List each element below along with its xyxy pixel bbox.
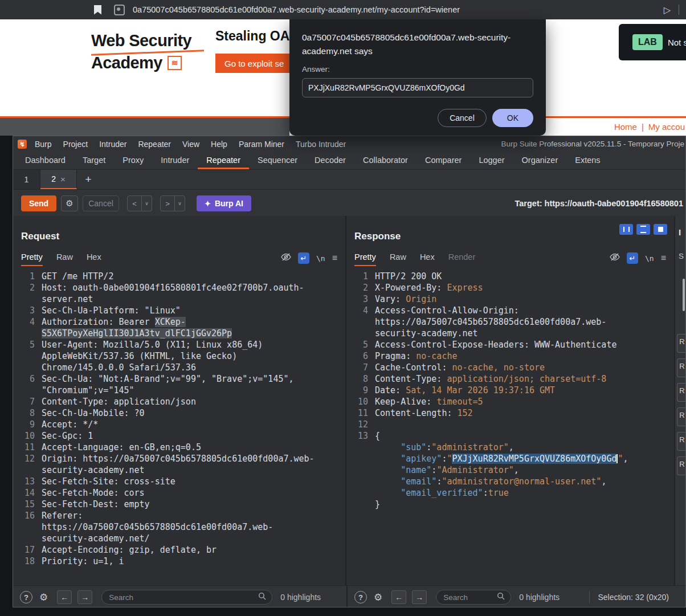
soft-wrap-toggle-icon[interactable]: ↵ xyxy=(298,252,309,264)
nav-link-home[interactable]: Home xyxy=(614,122,637,132)
response-search-bar: ? ⚙ ← → 0 highlights Selection: 32 (0x20… xyxy=(348,586,676,607)
web-security-academy-logo[interactable]: Web Security Academy ≋ xyxy=(91,32,204,72)
code-line: 14Sec-Fetch-Mode: cors xyxy=(18,487,345,499)
menu-item-param-miner[interactable]: Param Miner xyxy=(233,140,290,149)
search-settings-gear-icon[interactable]: ⚙ xyxy=(374,591,382,603)
tab-extens[interactable]: Extens xyxy=(566,152,609,169)
tab-intruder[interactable]: Intruder xyxy=(152,152,198,169)
layout-toggle-buttons xyxy=(619,224,667,235)
history-forward-button[interactable]: > xyxy=(160,195,175,211)
extension-badge-icon[interactable] xyxy=(114,5,125,15)
menu-item-repeater[interactable]: Repeater xyxy=(132,140,177,149)
hide-nonprintable-eye-icon[interactable] xyxy=(610,253,620,263)
cancel-request-button[interactable]: Cancel xyxy=(83,195,119,211)
newline-display-toggle[interactable]: \n xyxy=(645,254,654,263)
code-line: 10Sec-Gpc: 1 xyxy=(18,430,345,442)
tab-proxy[interactable]: Proxy xyxy=(114,152,152,169)
response-view-tab-raw[interactable]: Raw xyxy=(390,252,406,266)
next-match-button[interactable]: → xyxy=(77,590,92,604)
response-view-tab-render[interactable]: Render xyxy=(448,252,476,266)
search-settings-gear-icon[interactable]: ⚙ xyxy=(39,591,48,603)
request-editor[interactable]: 1GET /me HTTP/22Host: oauth-0abe001904f1… xyxy=(13,268,345,585)
dialog-cancel-button[interactable]: Cancel xyxy=(438,109,487,127)
menu-item-intruder[interactable]: Intruder xyxy=(93,140,132,149)
tab-comparer[interactable]: Comparer xyxy=(416,152,470,169)
burp-ai-button[interactable]: ✦ Burp AI xyxy=(197,195,251,211)
code-line: 5Access-Control-Expose-Headers: WWW-Auth… xyxy=(351,339,674,350)
selection-info: Selection: 32 (0x20) xyxy=(589,591,669,603)
inspector-section-6[interactable]: R xyxy=(677,456,686,475)
tab-logger[interactable]: Logger xyxy=(470,152,513,169)
search-input[interactable] xyxy=(108,593,258,602)
tab-sequencer[interactable]: Sequencer xyxy=(249,152,306,169)
history-forward-dropdown[interactable]: ∨ xyxy=(175,195,185,211)
menu-item-project[interactable]: Project xyxy=(58,140,94,149)
response-view-tab-pretty[interactable]: Pretty xyxy=(354,252,376,266)
editor-menu-icon[interactable]: ≡ xyxy=(661,253,666,263)
help-icon[interactable]: ? xyxy=(20,591,32,603)
newline-display-toggle[interactable]: \n xyxy=(316,254,325,263)
inspector-section-2[interactable]: R xyxy=(677,358,686,377)
go-to-exploit-server-button[interactable]: Go to exploit se xyxy=(215,54,293,73)
code-line: 18Priority: u=1, i xyxy=(18,556,345,567)
inspector-subtitle: S xyxy=(679,252,685,260)
history-back-button[interactable]: < xyxy=(127,195,142,211)
inspector-section-5[interactable]: R xyxy=(677,432,686,451)
response-editor[interactable]: 1HTTP/2 200 OK2X-Powered-By: Express3Var… xyxy=(346,268,674,585)
prompt-answer-input[interactable] xyxy=(302,78,533,97)
repeater-tab-1[interactable]: 1 xyxy=(13,170,40,189)
tab-dashboard[interactable]: Dashboard xyxy=(17,152,74,169)
tab-target[interactable]: Target xyxy=(74,152,114,169)
url-bar[interactable]: 0a75007c045b6578805dc61e00fd00a7.web-sec… xyxy=(133,5,460,14)
menu-item-turbo-intruder[interactable]: Turbo Intruder xyxy=(290,140,352,149)
menu-item-view[interactable]: View xyxy=(177,140,205,149)
response-search-field[interactable] xyxy=(436,590,511,605)
lab-status-banner: LAB Not s xyxy=(619,24,686,60)
lab-status-text: Not s xyxy=(668,38,686,47)
prev-match-button[interactable]: ← xyxy=(391,590,406,604)
next-match-button[interactable]: → xyxy=(412,590,427,604)
browser-top-bar: 0a75007c045b6578805dc61e00fd00a7.web-sec… xyxy=(0,0,686,19)
send-button[interactable]: Send xyxy=(21,195,56,211)
add-tab-button[interactable]: + xyxy=(77,170,100,189)
sparkle-icon: ✦ xyxy=(205,199,211,208)
soft-wrap-toggle-icon[interactable]: ↵ xyxy=(627,252,638,264)
tab-collaborator[interactable]: Collaborator xyxy=(354,152,416,169)
inspector-section-3[interactable]: R xyxy=(677,383,686,402)
response-view-tab-hex[interactable]: Hex xyxy=(420,252,435,266)
help-icon[interactable]: ? xyxy=(354,591,367,603)
request-search-field[interactable] xyxy=(101,590,272,605)
bookmark-icon[interactable] xyxy=(94,5,101,15)
hide-nonprintable-eye-icon[interactable] xyxy=(281,253,291,263)
nav-link-my-account[interactable]: My accou xyxy=(648,122,685,132)
menu-item-help[interactable]: Help xyxy=(205,140,233,149)
layout-rows-button[interactable] xyxy=(636,224,650,235)
close-tab-icon[interactable]: × xyxy=(60,174,66,184)
code-line: "apikey":"PXJjXuR82RvMP5GrxQVUZ86mXOfOy0… xyxy=(351,453,674,464)
history-back-dropdown[interactable]: ∨ xyxy=(142,195,152,211)
request-view-tab-raw[interactable]: Raw xyxy=(56,252,73,266)
request-view-tab-pretty[interactable]: Pretty xyxy=(21,252,43,266)
editor-menu-icon[interactable]: ≡ xyxy=(332,253,337,263)
search-input[interactable] xyxy=(442,593,497,602)
code-line: 16Referer: https://0a75007c045b6578805dc… xyxy=(18,510,345,544)
code-line: 2Host: oauth-0abe001904f16580801fc4ee02f… xyxy=(18,282,345,305)
menu-item-burp[interactable]: Burp xyxy=(29,140,58,149)
inspector-section-1[interactable]: R xyxy=(677,334,686,353)
prev-match-button[interactable]: ← xyxy=(57,590,72,604)
scrollbar-thumb[interactable] xyxy=(683,279,685,311)
inspector-section-4[interactable]: R xyxy=(677,407,686,426)
layout-columns-button[interactable] xyxy=(619,224,633,235)
request-view-tab-hex[interactable]: Hex xyxy=(87,252,101,266)
send-settings-gear-icon[interactable]: ⚙ xyxy=(61,195,78,211)
send-tab-icon[interactable]: ▷ xyxy=(664,5,671,15)
code-line: 9Accept: */* xyxy=(18,419,345,430)
repeater-tab-2[interactable]: 2 × xyxy=(40,170,77,189)
tab-repeater[interactable]: Repeater xyxy=(198,152,249,169)
search-icon xyxy=(258,592,266,602)
response-view-tabs: PrettyRawHexRender ↵ \n ≡ xyxy=(354,250,666,266)
layout-single-button[interactable] xyxy=(654,224,667,235)
dialog-ok-button[interactable]: OK xyxy=(492,109,533,127)
tab-decoder[interactable]: Decoder xyxy=(306,152,354,169)
tab-organizer[interactable]: Organizer xyxy=(513,152,567,169)
